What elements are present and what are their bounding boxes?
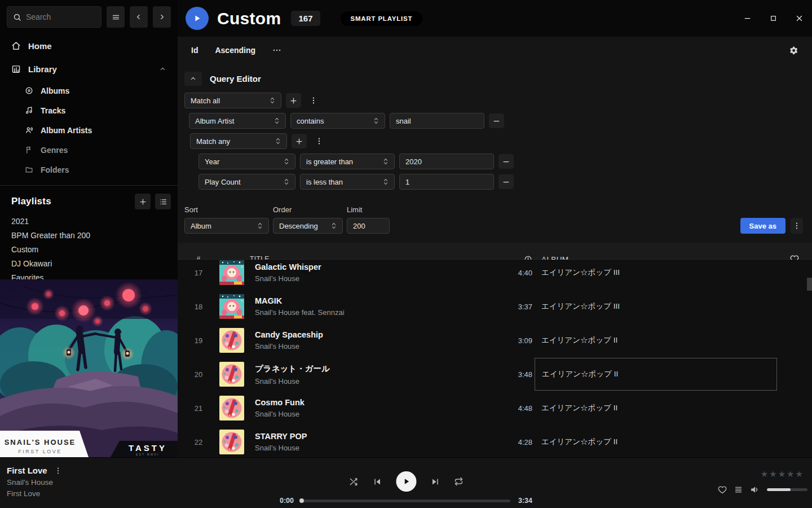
subrule1-field-select[interactable]: Year bbox=[198, 154, 295, 169]
rule-value-input[interactable]: snail bbox=[390, 113, 484, 129]
sort-direction-control[interactable]: Ascending bbox=[215, 46, 255, 55]
playlist-item[interactable]: BPM Greater than 200 bbox=[0, 228, 178, 242]
nav-forward-button[interactable] bbox=[153, 6, 171, 28]
track-row[interactable]: 22 STARRY POP Snail's House 4:28 エイリアン☆ポ… bbox=[178, 425, 812, 457]
playlist-options-button[interactable] bbox=[155, 194, 171, 209]
now-playing-artwork[interactable]: SNAIL'S HOUSE FIRST LOVE TASTY EST MMXI bbox=[0, 279, 178, 457]
track-artist: Snail's House bbox=[255, 444, 495, 452]
subrule2-operator-select[interactable]: is less than bbox=[300, 174, 395, 190]
sidebar-item-album-artists[interactable]: Album Artists bbox=[0, 120, 178, 140]
subrule2-value-input[interactable]: 1 bbox=[399, 174, 494, 190]
sort-select[interactable]: Album bbox=[184, 218, 269, 234]
repeat-button[interactable] bbox=[454, 477, 464, 486]
sidebar-library-item-label: Tracks bbox=[41, 106, 65, 115]
track-row[interactable]: 18 MAGIK Snail's House feat. Sennzai 3:3… bbox=[178, 290, 812, 323]
rating-star-icon[interactable]: ★ bbox=[769, 469, 776, 479]
track-number: 20 bbox=[178, 370, 219, 379]
track-album[interactable]: エイリアン☆ポップ III bbox=[535, 260, 777, 289]
remove-rule-button[interactable] bbox=[489, 113, 504, 128]
sidebar-item-folders[interactable]: Folders bbox=[0, 160, 178, 179]
save-menu-button[interactable] bbox=[791, 218, 803, 234]
playlist-item-label: 2021 bbox=[11, 217, 29, 226]
track-row[interactable]: 19 Candy Spaceship Snail's House 3:09 エイ… bbox=[178, 323, 812, 357]
volume-icon[interactable] bbox=[750, 485, 760, 494]
play-playlist-button[interactable] bbox=[186, 7, 209, 30]
seek-knob[interactable] bbox=[299, 498, 304, 503]
track-row[interactable]: 21 Cosmo Funk Snail's House 4:48 エイリアン☆ポ… bbox=[178, 391, 812, 425]
track-album[interactable]: エイリアン☆ポップ II bbox=[535, 426, 777, 457]
home-icon bbox=[11, 41, 21, 51]
rating-star-icon[interactable]: ★ bbox=[761, 469, 768, 479]
queue-button[interactable] bbox=[734, 485, 743, 494]
track-album[interactable]: エイリアン☆ポップ II bbox=[535, 324, 777, 357]
sort-field-control[interactable]: Id bbox=[191, 46, 198, 55]
match-all-select[interactable]: Match all bbox=[184, 93, 281, 108]
now-playing-album: First Love bbox=[7, 489, 62, 498]
next-track-button[interactable] bbox=[431, 478, 440, 486]
play-pause-button[interactable] bbox=[396, 471, 417, 492]
track-album[interactable]: エイリアン☆ポップ II bbox=[535, 358, 777, 391]
track-artist: Snail's House bbox=[255, 342, 495, 351]
window-close-button[interactable] bbox=[786, 0, 812, 37]
track-album[interactable]: エイリアン☆ポップ III bbox=[535, 290, 777, 323]
sidebar-item-albums[interactable]: Albums bbox=[0, 81, 178, 100]
add-playlist-button[interactable] bbox=[135, 194, 151, 209]
subrule1-value-input[interactable]: 2020 bbox=[399, 154, 494, 169]
add-rule-button[interactable] bbox=[286, 93, 301, 108]
group-menu-button[interactable] bbox=[306, 93, 321, 108]
track-title: Candy Spaceship bbox=[255, 330, 495, 339]
window-minimize-button[interactable] bbox=[734, 0, 760, 37]
shuffle-button[interactable] bbox=[349, 477, 359, 487]
now-playing-menu-button[interactable] bbox=[54, 467, 62, 475]
playlist-item[interactable]: 2021 bbox=[0, 214, 178, 228]
track-row[interactable]: 17 Galactic Whisper Snail's House 4:40 エ… bbox=[178, 260, 812, 290]
elapsed-time: 0:00 bbox=[280, 497, 294, 505]
rating-star-icon[interactable]: ★ bbox=[778, 469, 785, 479]
settings-gear-icon[interactable] bbox=[789, 46, 798, 55]
window-maximize-button[interactable] bbox=[760, 0, 786, 37]
sidebar-item-home[interactable]: Home bbox=[0, 36, 178, 56]
track-row[interactable]: 20 プラネット・ガール Snail's House 3:48 エイリアン☆ポッ… bbox=[178, 357, 812, 391]
nav-back-button[interactable] bbox=[130, 6, 148, 28]
rating-star-icon[interactable]: ★ bbox=[787, 469, 794, 479]
rating-star-icon[interactable]: ★ bbox=[796, 469, 803, 479]
search-input[interactable] bbox=[26, 12, 95, 21]
favorite-track-button[interactable] bbox=[718, 485, 727, 494]
playlist-item[interactable]: Custom bbox=[0, 242, 178, 256]
plus-icon bbox=[139, 198, 147, 206]
remove-subrule1-button[interactable] bbox=[498, 154, 514, 169]
menu-button[interactable] bbox=[107, 6, 125, 28]
select-spinner-icon bbox=[284, 178, 289, 185]
order-select[interactable]: Descending bbox=[273, 218, 343, 234]
library-sublist: Albums Tracks Album Artists Genres Folde… bbox=[0, 81, 178, 179]
save-as-button[interactable]: Save as bbox=[740, 218, 785, 234]
sidebar-item-library[interactable]: Library bbox=[0, 59, 178, 80]
playlist-item[interactable]: DJ Okawari bbox=[0, 256, 178, 270]
add-subrule-button[interactable] bbox=[292, 134, 307, 148]
track-artist: Snail's House bbox=[255, 410, 495, 418]
volume-slider[interactable] bbox=[767, 488, 807, 491]
rule-operator-select[interactable]: contains bbox=[290, 113, 385, 129]
tracklist-scrollbar-thumb[interactable] bbox=[807, 278, 812, 291]
search-box[interactable] bbox=[7, 6, 102, 28]
sidebar-item-genres[interactable]: Genres bbox=[0, 140, 178, 160]
track-duration: 4:48 bbox=[495, 404, 535, 413]
remove-subrule2-button[interactable] bbox=[498, 174, 514, 189]
subrule2-field-select[interactable]: Play Count bbox=[198, 174, 295, 190]
query-collapse-button[interactable] bbox=[184, 72, 202, 86]
subrule1-operator-select[interactable]: is greater than bbox=[300, 154, 395, 169]
seek-bar[interactable] bbox=[302, 500, 510, 502]
minimize-icon bbox=[743, 14, 752, 23]
track-album[interactable]: エイリアン☆ポップ II bbox=[535, 392, 777, 424]
rule-field-select[interactable]: Album Artist bbox=[189, 113, 286, 129]
match-any-select[interactable]: Match any bbox=[190, 133, 287, 149]
chevron-up-icon[interactable] bbox=[159, 65, 166, 73]
previous-track-button[interactable] bbox=[373, 478, 382, 486]
alien-pop-ii-cover bbox=[219, 328, 244, 353]
subgroup-menu-button[interactable] bbox=[311, 134, 326, 148]
more-options-button[interactable] bbox=[272, 46, 281, 55]
track-number: 18 bbox=[178, 303, 219, 311]
limit-input[interactable]: 200 bbox=[347, 218, 390, 234]
sidebar-item-tracks[interactable]: Tracks bbox=[0, 100, 178, 120]
playlist-item-label: DJ Okawari bbox=[11, 259, 52, 268]
